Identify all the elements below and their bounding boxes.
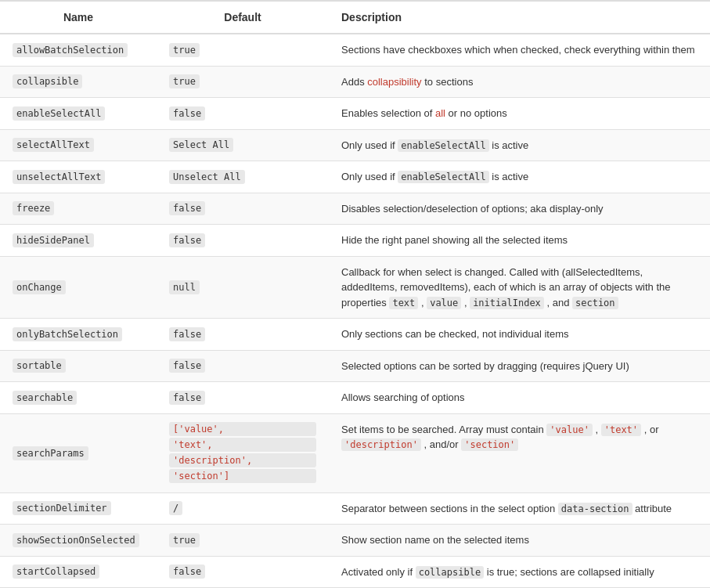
prop-name: searchable	[13, 391, 77, 405]
code-ref: section	[572, 297, 618, 309]
prop-default: false	[169, 565, 205, 579]
prop-name: enableSelectAll	[13, 106, 105, 121]
header-description: Description	[329, 1, 710, 34]
prop-name: unselectAllText	[13, 170, 105, 184]
table-row: freeze false Disables selection/deselect…	[0, 193, 710, 225]
code-ref: 'description'	[341, 438, 421, 451]
prop-name: onChange	[13, 280, 66, 294]
table-row: showSectionOnSelected true Show section …	[0, 525, 710, 557]
table-row: searchable false Allows searching of opt…	[0, 382, 710, 414]
prop-default: false	[169, 201, 205, 215]
prop-desc: Sections have checkboxes which when chec…	[329, 34, 710, 66]
table-row: sortable false Selected options can be s…	[0, 350, 710, 382]
code-ref: value	[427, 297, 461, 309]
prop-desc: Disables selection/deselection of option…	[329, 193, 710, 225]
code-ref: collapsible	[416, 566, 484, 579]
prop-default: false	[169, 327, 205, 341]
prop-default: false	[169, 391, 205, 405]
prop-default: Unselect All	[169, 170, 245, 184]
prop-name: collapsible	[13, 74, 82, 88]
prop-default: false	[169, 106, 205, 121]
prop-name: sortable	[13, 359, 66, 373]
code-line: 'section']	[169, 469, 316, 483]
code-ref: data-section	[558, 503, 633, 515]
prop-name: searchParams	[13, 446, 88, 460]
prop-default: true	[169, 533, 200, 547]
props-table: Name Default Description allowBatchSelec…	[0, 0, 710, 588]
prop-name: onlyBatchSelection	[13, 327, 122, 341]
prop-default: null	[169, 280, 200, 294]
code-ref: 'text'	[601, 424, 641, 436]
prop-desc: Only sections can be checked, not indivi…	[329, 319, 710, 351]
prop-desc: Only used if enableSelectAll is active	[329, 161, 710, 193]
prop-default: true	[169, 74, 200, 88]
table-row: hideSidePanel false Hide the right panel…	[0, 225, 710, 257]
prop-desc: Separator between sections in the select…	[329, 492, 710, 525]
prop-desc: Show section name on the selected items	[329, 525, 710, 557]
prop-default: Select All	[169, 138, 233, 152]
table-row: allowBatchSelection true Sections have c…	[0, 34, 710, 66]
table-row: startCollapsed false Activated only if c…	[0, 556, 710, 588]
prop-desc: Set items to be searched. Array must con…	[329, 413, 710, 492]
code-ref: 'section'	[461, 438, 518, 451]
prop-default: true	[169, 43, 200, 57]
prop-desc: Selected options can be sorted by draggi…	[329, 350, 710, 382]
table-row: searchParams ['value', 'text', 'descript…	[0, 413, 710, 492]
table-row: enableSelectAll false Enables selection …	[0, 98, 710, 130]
code-ref: text	[389, 297, 418, 309]
table-row: onChange null Callback for when select i…	[0, 256, 710, 319]
prop-desc: Allows searching of options	[329, 382, 710, 414]
code-line: 'text',	[169, 438, 316, 452]
code-line: ['value',	[169, 422, 316, 436]
all-link[interactable]: all	[435, 107, 445, 119]
prop-desc: Activated only if collapsible is true; s…	[329, 556, 710, 588]
code-ref: initialIndex	[470, 297, 544, 309]
header-default: Default	[157, 1, 329, 34]
table-row: sectionDelimiter / Separator between sec…	[0, 492, 710, 525]
prop-desc: Only used if enableSelectAll is active	[329, 129, 710, 161]
prop-desc: Callback for when select is changed. Cal…	[329, 256, 710, 319]
prop-name: showSectionOnSelected	[13, 533, 139, 547]
table-row: selectAllText Select All Only used if en…	[0, 129, 710, 161]
prop-name: sectionDelimiter	[13, 501, 111, 515]
prop-desc: Adds collapsibility to sections	[329, 66, 710, 98]
prop-name: startCollapsed	[13, 565, 99, 579]
code-ref: 'value'	[546, 424, 593, 436]
prop-default: /	[169, 501, 182, 515]
table-row: collapsible true Adds collapsibility to …	[0, 66, 710, 98]
prop-default: false	[169, 233, 205, 247]
prop-name: freeze	[13, 201, 54, 215]
prop-desc: Hide the right panel showing all the sel…	[329, 225, 710, 257]
prop-default-multiline: ['value', 'text', 'description', 'sectio…	[169, 422, 316, 483]
code-ref: enableSelectAll	[398, 171, 488, 183]
code-line: 'description',	[169, 453, 316, 467]
prop-name: allowBatchSelection	[13, 43, 128, 57]
table-row: unselectAllText Unselect All Only used i…	[0, 161, 710, 193]
prop-name: hideSidePanel	[13, 233, 94, 247]
prop-name: selectAllText	[13, 138, 94, 152]
prop-desc: Enables selection of all or no options	[329, 98, 710, 130]
prop-default: false	[169, 359, 205, 373]
collapsibility-link[interactable]: collapsibility	[367, 76, 421, 88]
table-row: onlyBatchSelection false Only sections c…	[0, 319, 710, 351]
code-ref: enableSelectAll	[398, 139, 488, 152]
header-name: Name	[0, 1, 157, 34]
